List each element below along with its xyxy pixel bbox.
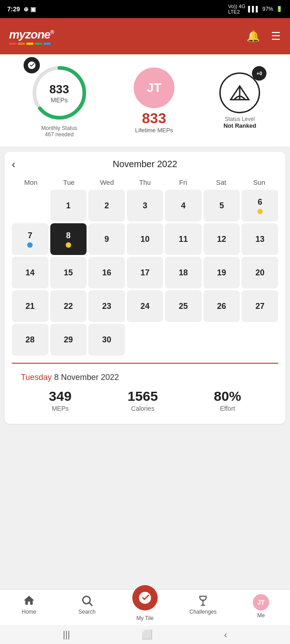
day-cell-6[interactable]: 6 <box>242 190 278 221</box>
day-cell-9[interactable]: 9 <box>88 223 125 255</box>
signal-bars: ▌▌▌ <box>248 6 260 12</box>
nav-home-label: Home <box>22 609 36 615</box>
logo-bars <box>9 43 54 45</box>
logo-bar-5 <box>44 43 51 45</box>
daily-calories-value: 1565 <box>128 389 158 404</box>
nav-challenges-label: Challenges <box>189 609 217 615</box>
day-cell-19[interactable]: 19 <box>203 257 240 288</box>
mytile-button[interactable] <box>132 585 158 610</box>
day-cell-20[interactable]: 20 <box>242 257 278 288</box>
status-level-text: Status Level Not Ranked <box>223 116 256 129</box>
daily-meps-value: 349 <box>49 389 72 404</box>
day-cell-11[interactable]: 11 <box>165 223 202 255</box>
dot-8 <box>66 242 71 248</box>
battery-display: 97% <box>262 6 273 12</box>
day-cell-26[interactable]: 26 <box>203 290 240 322</box>
daily-effort-value: 80% <box>214 389 241 404</box>
day-cell-2[interactable]: 2 <box>88 190 125 221</box>
day-header-mon: Mon <box>12 177 50 188</box>
challenges-icon <box>197 594 209 607</box>
daily-meps: 349 MEPs <box>49 389 72 412</box>
day-cell-12[interactable]: 12 <box>203 223 240 255</box>
calendar-header: ‹ November 2022 <box>12 159 278 169</box>
plus-badge: +0 <box>252 66 266 81</box>
battery-icon: 🔋 <box>276 6 283 12</box>
day-headers: Mon Tue Wed Thu Fri Sat Sun <box>12 177 278 188</box>
nav-search[interactable]: Search <box>71 594 103 621</box>
day-cell-7[interactable]: 7 <box>12 223 48 255</box>
notification-button[interactable]: 🔔 <box>246 30 260 43</box>
meps-label: MEPs <box>49 96 69 104</box>
calendar-title: November 2022 <box>113 159 177 169</box>
stats-section: 833 MEPs Monthly Status 467 needed JT 83… <box>0 54 290 147</box>
daily-meps-label: MEPs <box>49 405 72 412</box>
selected-date-title: Tuesday 8 November 2022 <box>21 373 269 382</box>
day-cell-17[interactable]: 17 <box>127 257 164 288</box>
nav-home[interactable]: Home <box>13 594 45 621</box>
day-header-sun: Sun <box>240 177 278 188</box>
day-cell-14[interactable]: 14 <box>12 257 48 288</box>
me-avatar: JT <box>253 594 269 610</box>
daily-stats-row: 349 MEPs 1565 Calories 80% Effort <box>21 389 269 412</box>
avatar-container[interactable]: JT 833 Lifetime MEPs <box>134 67 174 134</box>
day-cell-27[interactable]: 27 <box>242 290 278 322</box>
day-cell-22[interactable]: 22 <box>50 290 87 322</box>
selected-day-name: Tuesday <box>21 373 52 382</box>
progress-ring: 833 MEPs <box>30 63 89 122</box>
daily-calories-label: Calories <box>128 405 158 412</box>
day-cell-23[interactable]: 23 <box>88 290 125 322</box>
menu-button[interactable]: ☰ <box>271 30 281 43</box>
status-level-value: Not Ranked <box>223 122 256 129</box>
lifetime-meps-value: 833 <box>142 110 166 127</box>
day-cell-8[interactable]: 8 <box>50 223 87 255</box>
nav-challenges[interactable]: Challenges <box>187 594 219 621</box>
status-bar: 7:29 ⊕ ▣ Vo)) 4GLTE2 ▌▌▌ 97% 🔋 <box>0 0 290 18</box>
day-cell-25[interactable]: 25 <box>165 290 202 322</box>
day-header-sat: Sat <box>202 177 240 188</box>
day-cell-empty-3 <box>203 324 240 356</box>
nav-search-label: Search <box>78 609 96 615</box>
dot-7 <box>27 242 33 248</box>
gesture-bar: ||| ⬜ ‹ <box>0 625 290 644</box>
meps-display: 833 MEPs <box>49 82 69 104</box>
day-cell-16[interactable]: 16 <box>88 257 125 288</box>
mytile-icon <box>138 591 152 605</box>
monthly-meps-container: 833 MEPs Monthly Status 467 needed <box>30 63 89 138</box>
day-cell-21[interactable]: 21 <box>12 290 48 322</box>
nav-mytile[interactable]: My Tile <box>129 594 161 621</box>
day-cell-15[interactable]: 15 <box>50 257 87 288</box>
day-cell-empty-1 <box>127 324 164 356</box>
gesture-home-icon: ⬜ <box>141 629 153 640</box>
selected-date: 8 November 2022 <box>54 373 119 382</box>
lifetime-meps-label: Lifetime MEPs <box>135 127 173 134</box>
search-icon <box>81 594 93 607</box>
status-icons: ⊕ ▣ <box>24 6 36 13</box>
avatar-initials: JT <box>147 81 162 95</box>
network-indicator: Vo)) 4GLTE2 <box>228 4 246 14</box>
app-header: myzone® 🔔 ☰ <box>0 18 290 54</box>
day-cell-empty-0 <box>12 190 48 221</box>
gesture-back-icon: ‹ <box>224 630 227 640</box>
day-cell-10[interactable]: 10 <box>127 223 164 255</box>
day-cell-5[interactable]: 5 <box>203 190 240 221</box>
day-cell-30[interactable]: 30 <box>88 324 125 356</box>
day-cell-1[interactable]: 1 <box>50 190 87 221</box>
day-cell-28[interactable]: 28 <box>12 324 48 356</box>
selected-date-section: Tuesday 8 November 2022 349 MEPs 1565 Ca… <box>12 363 278 417</box>
user-avatar[interactable]: JT <box>134 67 174 108</box>
day-cell-18[interactable]: 18 <box>165 257 202 288</box>
daily-effort: 80% Effort <box>214 389 241 412</box>
daily-effort-label: Effort <box>214 405 241 412</box>
day-header-fri: Fri <box>164 177 202 188</box>
day-cell-3[interactable]: 3 <box>127 190 164 221</box>
nav-me[interactable]: JT Me <box>245 594 277 621</box>
days-grid: 1 2 3 4 5 6 7 8 9 10 11 12 13 14 15 <box>12 190 278 356</box>
day-cell-24[interactable]: 24 <box>127 290 164 322</box>
logo-bar-3 <box>26 43 34 45</box>
day-cell-29[interactable]: 29 <box>50 324 87 356</box>
day-header-thu: Thu <box>126 177 164 188</box>
day-cell-4[interactable]: 4 <box>165 190 202 221</box>
status-time: 7:29 ⊕ ▣ <box>7 5 36 13</box>
prev-month-button[interactable]: ‹ <box>12 158 15 171</box>
day-cell-13[interactable]: 13 <box>242 223 278 255</box>
